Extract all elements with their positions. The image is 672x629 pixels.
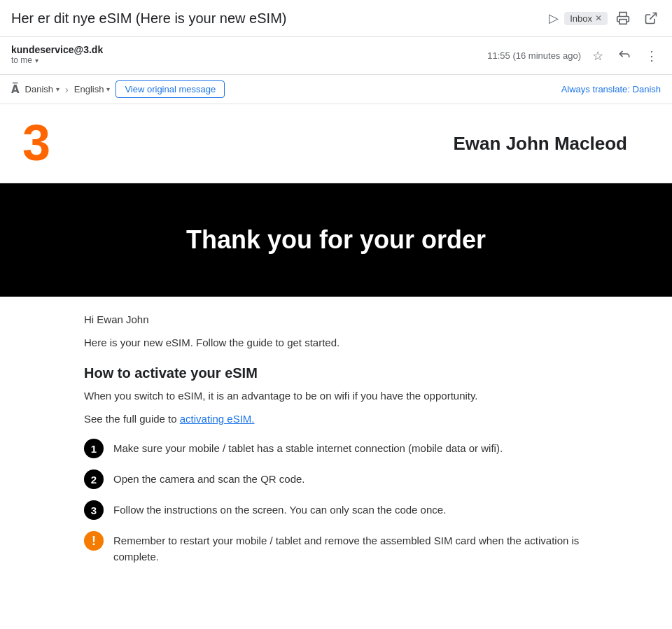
translate-bar: A̅ Danish ▾ › English ▾ View original me… xyxy=(0,75,672,104)
star-button[interactable]: ☆ xyxy=(589,45,606,66)
reply-icon xyxy=(617,47,631,61)
to-lang-chevron-icon: ▾ xyxy=(106,85,110,93)
guide-prefix: See the full guide to xyxy=(84,413,180,425)
send-icon: ▷ xyxy=(549,10,559,26)
print-icon xyxy=(616,11,630,25)
greeting: Hi Ewan John xyxy=(84,313,588,325)
email-content: Hi Ewan John Here is your new eSIM. Foll… xyxy=(0,297,672,593)
close-inbox-tag-icon[interactable]: ✕ xyxy=(595,13,602,23)
email-subject: Her er dit nye eSIM (Here is your new eS… xyxy=(11,10,538,27)
step-text: Remember to restart your mobile / tablet… xyxy=(113,531,588,565)
star-icon: ☆ xyxy=(592,49,603,63)
email-body: 3 Ewan John Macleod Thank you for your o… xyxy=(0,104,672,593)
hero-banner: Thank you for your order xyxy=(0,183,672,297)
activating-esim-link[interactable]: activating eSIM. xyxy=(180,413,255,425)
step-item: !Remember to restart your mobile / table… xyxy=(84,531,588,565)
from-language-select[interactable]: Danish ▾ xyxy=(25,84,59,94)
translate-icon: A̅ xyxy=(11,83,20,96)
sender-to: to me ▾ xyxy=(11,55,487,65)
to-lang-label: English xyxy=(74,84,104,94)
svg-line-1 xyxy=(650,13,656,20)
view-original-button[interactable]: View original message xyxy=(115,80,225,98)
three-logo: 3 xyxy=(17,115,73,171)
step-item: 3Follow the instructions on the screen. … xyxy=(84,500,588,520)
sender-row: kundeservice@3.dk to me ▾ 11:55 (16 minu… xyxy=(0,37,672,75)
step-text: Follow the instructions on the screen. Y… xyxy=(113,500,446,518)
step-item: 1Make sure your mobile / tablet has a st… xyxy=(84,439,588,458)
brand-header: 3 Ewan John Macleod xyxy=(0,104,672,183)
reply-button[interactable] xyxy=(615,44,634,67)
step-number: 1 xyxy=(84,439,104,458)
inbox-label: Inbox xyxy=(570,13,592,24)
timestamp: 11:55 (16 minutes ago) xyxy=(487,50,581,61)
open-new-icon xyxy=(644,11,658,25)
to-language-select[interactable]: English ▾ xyxy=(74,84,111,94)
hero-title: Thank you for your order xyxy=(14,225,658,255)
more-icon: ⋮ xyxy=(645,49,658,63)
from-lang-label: Danish xyxy=(25,84,53,94)
steps-list: 1Make sure your mobile / tablet has a st… xyxy=(84,439,588,565)
step-number: 3 xyxy=(84,500,104,520)
print-button[interactable] xyxy=(613,8,633,28)
always-translate-link[interactable]: Always translate: Danish xyxy=(561,84,661,94)
email-header: Her er dit nye eSIM (Here is your new eS… xyxy=(0,0,672,37)
intro-text: Here is your new eSIM. Follow the guide … xyxy=(84,337,588,348)
guide-text: See the full guide to activating eSIM. xyxy=(84,413,588,425)
from-lang-chevron-icon: ▾ xyxy=(56,85,59,93)
svg-text:3: 3 xyxy=(22,115,50,171)
translate-arrow-icon: › xyxy=(65,84,69,95)
section-heading: How to activate your eSIM xyxy=(84,365,588,381)
step-item: 2Open the camera and scan the QR code. xyxy=(84,469,588,489)
wifi-text: When you switch to eSIM, it is an advant… xyxy=(84,390,588,402)
svg-rect-0 xyxy=(620,20,626,24)
more-options-button[interactable]: ⋮ xyxy=(643,45,661,66)
open-in-new-button[interactable] xyxy=(641,8,661,28)
sender-meta: 11:55 (16 minutes ago) ☆ ⋮ xyxy=(487,44,661,67)
step-text: Make sure your mobile / tablet has a sta… xyxy=(113,439,503,457)
chevron-down-icon[interactable]: ▾ xyxy=(35,57,38,64)
step-text: Open the camera and scan the QR code. xyxy=(113,469,305,488)
sender-email: kundeservice@3.dk xyxy=(11,44,487,55)
step-number: 2 xyxy=(84,469,104,489)
inbox-badge[interactable]: Inbox ✕ xyxy=(564,12,608,25)
warning-icon: ! xyxy=(84,531,104,551)
recipient-name: Ewan John Macleod xyxy=(454,133,656,155)
header-actions xyxy=(613,8,661,28)
sender-info: kundeservice@3.dk to me ▾ xyxy=(11,44,487,65)
